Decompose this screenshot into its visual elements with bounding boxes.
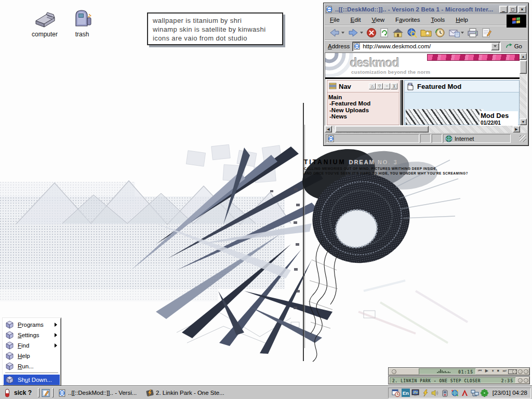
menu-edit[interactable]: Edit [351, 17, 361, 23]
mail-button[interactable] [448, 28, 464, 38]
start-menu-item-programs[interactable]: Programs [4, 320, 60, 330]
start-menu-item-shutdown[interactable]: Shut Down... [4, 375, 60, 385]
back-button[interactable] [329, 28, 344, 38]
winamp-agent-icon[interactable] [421, 389, 430, 397]
nav-title: Nav [339, 83, 351, 90]
status-empty-panel [432, 134, 442, 143]
stop-icon[interactable] [366, 28, 377, 38]
winamp-close-button[interactable] [524, 369, 528, 374]
page-viewport: deskmod customization beyond the norm Na… [325, 52, 527, 126]
nav-section-label: Main [328, 94, 398, 100]
ie-logo-icon [326, 6, 333, 13]
taskbar-handle[interactable] [52, 388, 54, 397]
device-icon[interactable] [441, 389, 449, 397]
page-header: deskmod customization beyond the norm [325, 53, 520, 77]
winamp-shade-button[interactable] [518, 369, 523, 374]
scroll-right-arrow[interactable]: ▶ [513, 126, 520, 132]
search-icon[interactable] [407, 28, 417, 38]
winamp-prev-shade-button[interactable] [518, 378, 523, 383]
wallpaper-credits-note: wallpaper is titanium by shri winamp ski… [147, 12, 283, 45]
green-flower-icon[interactable] [481, 389, 489, 397]
menu-bar: File Edit View Favorites Tools Help [325, 14, 527, 25]
mail-dropdown[interactable] [461, 32, 464, 34]
close-button[interactable]: × [518, 6, 526, 13]
go-button[interactable]: Go [503, 43, 524, 50]
nav-minimize-button[interactable]: − [383, 83, 390, 89]
status-zone-text: Internet [455, 136, 474, 142]
forward-dropdown[interactable] [360, 32, 363, 34]
home-icon[interactable] [392, 28, 404, 38]
nav-link-news[interactable]: -News [329, 113, 398, 120]
featured-mod-thumbnail[interactable] [406, 109, 484, 125]
nav-panel: Nav △ ▽ − ╳ Main -Featured Mod -New Uplo… [327, 80, 400, 125]
nav-up-button[interactable]: △ [369, 83, 376, 89]
display-icon[interactable] [411, 389, 420, 397]
horizontal-scrollbar[interactable]: ◀ ▶ [325, 126, 527, 133]
winamp-menu-button[interactable] [392, 369, 396, 374]
status-bar: Internet [325, 133, 527, 143]
favorites-icon[interactable] [420, 28, 432, 38]
scheduler-icon[interactable] [392, 389, 400, 397]
menu-help[interactable]: Help [456, 17, 468, 23]
print-icon[interactable] [467, 28, 478, 38]
nav-link-featured-mod[interactable]: -Featured Mod [329, 100, 398, 107]
vertical-scroll-thumb[interactable] [520, 60, 527, 74]
cube-icon [6, 331, 14, 339]
start-menu-item-run[interactable]: Run... [4, 361, 60, 371]
vertical-scrollbar[interactable]: ▲ ▼ [520, 53, 527, 125]
task-button-deskmod[interactable]: ..[[::DeskMod::]].. - Versi... [56, 387, 143, 398]
title-bar[interactable]: ..[[::DeskMod::]].. - Version 2 Beta 1 -… [325, 4, 527, 14]
nav-link-new-uploads[interactable]: -New Uploads [329, 107, 398, 114]
forward-icon [348, 28, 359, 38]
scroll-up-arrow[interactable]: ▲ [520, 53, 527, 60]
start-menu-item-find[interactable]: Find [4, 340, 60, 351]
network-icon[interactable] [471, 389, 479, 397]
history-icon[interactable] [435, 28, 445, 38]
quicklaunch-edit-icon[interactable] [42, 389, 50, 397]
internet-globe-tray-icon[interactable] [451, 389, 459, 397]
menu-file[interactable]: File [330, 17, 340, 23]
winamp-main-row[interactable]: 01:15 ⏮ ▶ ⏸ ⏹ ⏭ ⏏ [388, 367, 530, 376]
start-menu-item-settings[interactable]: Settings [4, 330, 60, 340]
scroll-down-arrow[interactable]: ▼ [520, 118, 527, 125]
nav-close-button[interactable]: ╳ [391, 83, 397, 89]
task-button-winamp[interactable]: 2. Linkin Park - One Ste... [143, 387, 228, 398]
horizontal-scroll-thumb[interactable] [335, 126, 429, 132]
cube-icon [6, 341, 14, 350]
address-input[interactable]: http://www.deskmod.com/ [352, 42, 500, 51]
ie-page-icon [59, 389, 66, 397]
menu-view[interactable]: View [371, 17, 384, 23]
menu-tools[interactable]: Tools [431, 17, 445, 23]
maximize-button[interactable]: □ [509, 6, 517, 13]
submenu-arrow-icon [55, 323, 57, 327]
spectrum-analyzer [437, 369, 450, 373]
volume-icon[interactable] [431, 389, 440, 397]
nav-down-button[interactable]: ▽ [376, 83, 383, 89]
toolbar [325, 25, 527, 40]
site-logo[interactable]: deskmod [350, 56, 399, 70]
winamp-title-row[interactable]: 2. LINKIN PARK - ONE STEP CLOSER 2:35 [388, 376, 530, 384]
menu-favorites[interactable]: Favorites [395, 17, 420, 23]
minimize-button[interactable]: _ [499, 6, 508, 13]
resize-grip[interactable] [520, 135, 526, 142]
edit-icon[interactable] [482, 28, 492, 38]
mail-icon [448, 28, 460, 38]
forward-button[interactable] [348, 28, 363, 38]
desktop-icon-trash[interactable]: trash [63, 8, 101, 38]
winamp-minimize-button[interactable] [512, 369, 517, 374]
refresh-icon[interactable] [380, 28, 389, 38]
ad-banner[interactable] [427, 54, 520, 61]
wallpaper-subtitle: DREAM NO. 3 [349, 159, 397, 165]
start-menu-item-help[interactable]: Help [4, 351, 60, 361]
language-indicator[interactable]: En [402, 389, 410, 397]
back-dropdown[interactable] [341, 32, 344, 34]
winamp-next-shade-button[interactable] [524, 378, 528, 383]
address-label: Address [328, 43, 350, 49]
status-page-icon [328, 135, 335, 142]
start-button[interactable]: sick ? [0, 387, 36, 398]
taskbar-handle[interactable] [38, 388, 39, 397]
scroll-left-arrow[interactable]: ◀ [325, 126, 332, 132]
desktop-icon-computer[interactable]: computer [25, 9, 64, 38]
address-dropdown[interactable] [491, 43, 499, 50]
red-a-icon[interactable] [461, 389, 469, 397]
